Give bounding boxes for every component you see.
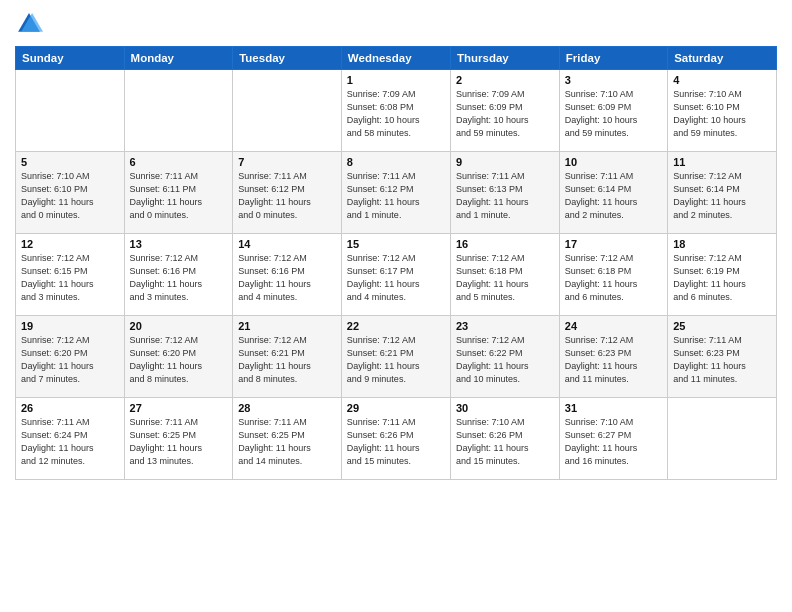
day-number: 9: [456, 156, 554, 168]
day-info: Sunrise: 7:12 AM Sunset: 6:18 PM Dayligh…: [565, 252, 662, 304]
day-number: 7: [238, 156, 336, 168]
logo: [15, 10, 47, 38]
calendar-cell: [233, 70, 342, 152]
calendar: SundayMondayTuesdayWednesdayThursdayFrid…: [15, 46, 777, 480]
calendar-cell: 11Sunrise: 7:12 AM Sunset: 6:14 PM Dayli…: [668, 152, 777, 234]
day-info: Sunrise: 7:11 AM Sunset: 6:25 PM Dayligh…: [130, 416, 228, 468]
calendar-week-4: 19Sunrise: 7:12 AM Sunset: 6:20 PM Dayli…: [16, 316, 777, 398]
day-info: Sunrise: 7:11 AM Sunset: 6:13 PM Dayligh…: [456, 170, 554, 222]
day-number: 12: [21, 238, 119, 250]
day-info: Sunrise: 7:11 AM Sunset: 6:11 PM Dayligh…: [130, 170, 228, 222]
calendar-cell: 27Sunrise: 7:11 AM Sunset: 6:25 PM Dayli…: [124, 398, 233, 480]
calendar-cell: 1Sunrise: 7:09 AM Sunset: 6:08 PM Daylig…: [341, 70, 450, 152]
day-info: Sunrise: 7:12 AM Sunset: 6:20 PM Dayligh…: [21, 334, 119, 386]
column-header-saturday: Saturday: [668, 47, 777, 70]
day-number: 4: [673, 74, 771, 86]
day-number: 10: [565, 156, 662, 168]
calendar-cell: 13Sunrise: 7:12 AM Sunset: 6:16 PM Dayli…: [124, 234, 233, 316]
day-number: 25: [673, 320, 771, 332]
calendar-cell: 10Sunrise: 7:11 AM Sunset: 6:14 PM Dayli…: [559, 152, 667, 234]
column-header-wednesday: Wednesday: [341, 47, 450, 70]
day-number: 1: [347, 74, 445, 86]
day-number: 17: [565, 238, 662, 250]
day-number: 2: [456, 74, 554, 86]
column-header-sunday: Sunday: [16, 47, 125, 70]
day-info: Sunrise: 7:11 AM Sunset: 6:12 PM Dayligh…: [347, 170, 445, 222]
day-number: 30: [456, 402, 554, 414]
day-number: 14: [238, 238, 336, 250]
calendar-cell: 25Sunrise: 7:11 AM Sunset: 6:23 PM Dayli…: [668, 316, 777, 398]
calendar-cell: 17Sunrise: 7:12 AM Sunset: 6:18 PM Dayli…: [559, 234, 667, 316]
day-info: Sunrise: 7:10 AM Sunset: 6:10 PM Dayligh…: [21, 170, 119, 222]
day-info: Sunrise: 7:10 AM Sunset: 6:26 PM Dayligh…: [456, 416, 554, 468]
day-info: Sunrise: 7:12 AM Sunset: 6:14 PM Dayligh…: [673, 170, 771, 222]
day-info: Sunrise: 7:11 AM Sunset: 6:23 PM Dayligh…: [673, 334, 771, 386]
day-info: Sunrise: 7:12 AM Sunset: 6:21 PM Dayligh…: [238, 334, 336, 386]
day-number: 13: [130, 238, 228, 250]
day-number: 19: [21, 320, 119, 332]
day-info: Sunrise: 7:12 AM Sunset: 6:20 PM Dayligh…: [130, 334, 228, 386]
day-number: 27: [130, 402, 228, 414]
calendar-cell: 19Sunrise: 7:12 AM Sunset: 6:20 PM Dayli…: [16, 316, 125, 398]
day-info: Sunrise: 7:12 AM Sunset: 6:19 PM Dayligh…: [673, 252, 771, 304]
day-info: Sunrise: 7:12 AM Sunset: 6:23 PM Dayligh…: [565, 334, 662, 386]
day-info: Sunrise: 7:11 AM Sunset: 6:25 PM Dayligh…: [238, 416, 336, 468]
calendar-cell: 29Sunrise: 7:11 AM Sunset: 6:26 PM Dayli…: [341, 398, 450, 480]
calendar-cell: 8Sunrise: 7:11 AM Sunset: 6:12 PM Daylig…: [341, 152, 450, 234]
day-number: 22: [347, 320, 445, 332]
day-info: Sunrise: 7:11 AM Sunset: 6:12 PM Dayligh…: [238, 170, 336, 222]
day-info: Sunrise: 7:12 AM Sunset: 6:17 PM Dayligh…: [347, 252, 445, 304]
day-info: Sunrise: 7:11 AM Sunset: 6:26 PM Dayligh…: [347, 416, 445, 468]
calendar-cell: 16Sunrise: 7:12 AM Sunset: 6:18 PM Dayli…: [450, 234, 559, 316]
day-number: 8: [347, 156, 445, 168]
logo-icon: [15, 10, 43, 38]
day-info: Sunrise: 7:12 AM Sunset: 6:22 PM Dayligh…: [456, 334, 554, 386]
day-number: 26: [21, 402, 119, 414]
day-number: 6: [130, 156, 228, 168]
calendar-cell: [16, 70, 125, 152]
day-number: 31: [565, 402, 662, 414]
calendar-cell: 4Sunrise: 7:10 AM Sunset: 6:10 PM Daylig…: [668, 70, 777, 152]
calendar-cell: 31Sunrise: 7:10 AM Sunset: 6:27 PM Dayli…: [559, 398, 667, 480]
calendar-cell: 22Sunrise: 7:12 AM Sunset: 6:21 PM Dayli…: [341, 316, 450, 398]
day-number: 3: [565, 74, 662, 86]
column-header-monday: Monday: [124, 47, 233, 70]
column-header-thursday: Thursday: [450, 47, 559, 70]
day-info: Sunrise: 7:12 AM Sunset: 6:21 PM Dayligh…: [347, 334, 445, 386]
calendar-cell: 24Sunrise: 7:12 AM Sunset: 6:23 PM Dayli…: [559, 316, 667, 398]
day-info: Sunrise: 7:12 AM Sunset: 6:16 PM Dayligh…: [238, 252, 336, 304]
calendar-cell: 30Sunrise: 7:10 AM Sunset: 6:26 PM Dayli…: [450, 398, 559, 480]
column-header-friday: Friday: [559, 47, 667, 70]
day-number: 28: [238, 402, 336, 414]
calendar-cell: [668, 398, 777, 480]
calendar-cell: 20Sunrise: 7:12 AM Sunset: 6:20 PM Dayli…: [124, 316, 233, 398]
calendar-week-3: 12Sunrise: 7:12 AM Sunset: 6:15 PM Dayli…: [16, 234, 777, 316]
page: SundayMondayTuesdayWednesdayThursdayFrid…: [0, 0, 792, 612]
day-number: 24: [565, 320, 662, 332]
calendar-cell: 23Sunrise: 7:12 AM Sunset: 6:22 PM Dayli…: [450, 316, 559, 398]
day-info: Sunrise: 7:12 AM Sunset: 6:16 PM Dayligh…: [130, 252, 228, 304]
calendar-cell: 14Sunrise: 7:12 AM Sunset: 6:16 PM Dayli…: [233, 234, 342, 316]
header: [15, 10, 777, 38]
calendar-cell: [124, 70, 233, 152]
calendar-cell: 12Sunrise: 7:12 AM Sunset: 6:15 PM Dayli…: [16, 234, 125, 316]
day-info: Sunrise: 7:09 AM Sunset: 6:09 PM Dayligh…: [456, 88, 554, 140]
calendar-cell: 15Sunrise: 7:12 AM Sunset: 6:17 PM Dayli…: [341, 234, 450, 316]
calendar-cell: 5Sunrise: 7:10 AM Sunset: 6:10 PM Daylig…: [16, 152, 125, 234]
calendar-week-5: 26Sunrise: 7:11 AM Sunset: 6:24 PM Dayli…: [16, 398, 777, 480]
day-info: Sunrise: 7:10 AM Sunset: 6:27 PM Dayligh…: [565, 416, 662, 468]
day-number: 23: [456, 320, 554, 332]
calendar-cell: 21Sunrise: 7:12 AM Sunset: 6:21 PM Dayli…: [233, 316, 342, 398]
calendar-cell: 9Sunrise: 7:11 AM Sunset: 6:13 PM Daylig…: [450, 152, 559, 234]
day-number: 29: [347, 402, 445, 414]
day-number: 15: [347, 238, 445, 250]
day-number: 5: [21, 156, 119, 168]
day-info: Sunrise: 7:12 AM Sunset: 6:15 PM Dayligh…: [21, 252, 119, 304]
day-number: 18: [673, 238, 771, 250]
day-info: Sunrise: 7:10 AM Sunset: 6:09 PM Dayligh…: [565, 88, 662, 140]
calendar-cell: 26Sunrise: 7:11 AM Sunset: 6:24 PM Dayli…: [16, 398, 125, 480]
calendar-cell: 6Sunrise: 7:11 AM Sunset: 6:11 PM Daylig…: [124, 152, 233, 234]
day-info: Sunrise: 7:10 AM Sunset: 6:10 PM Dayligh…: [673, 88, 771, 140]
day-number: 16: [456, 238, 554, 250]
calendar-cell: 3Sunrise: 7:10 AM Sunset: 6:09 PM Daylig…: [559, 70, 667, 152]
